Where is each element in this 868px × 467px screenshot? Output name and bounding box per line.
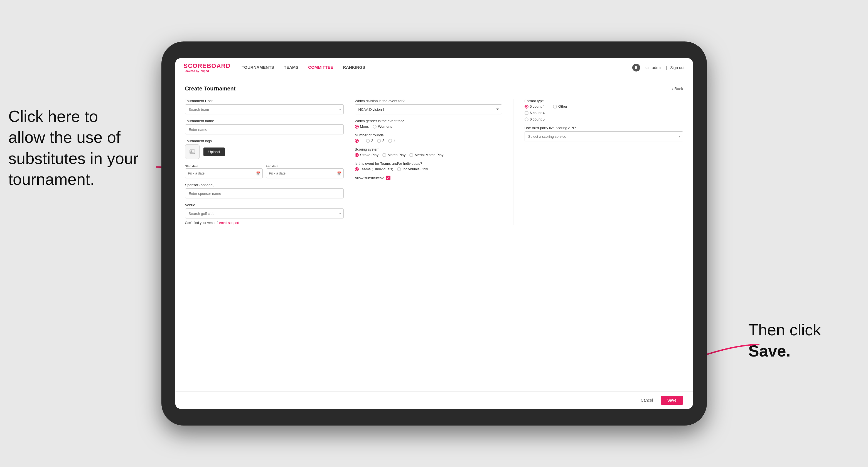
nav-committee[interactable]: COMMITTEE xyxy=(308,64,333,71)
scoring-radio-group: Stroke Play Match Play Medal Match Play xyxy=(355,153,502,157)
scoring-match[interactable]: Match Play xyxy=(382,153,405,157)
logo-area: SCOREBOARD Powered by clippd xyxy=(184,62,231,73)
save-button[interactable]: Save xyxy=(661,396,683,405)
avatar: B xyxy=(632,64,640,71)
rounds-2[interactable]: 2 xyxy=(366,138,373,143)
right-column: Format type 5 count 4 Other xyxy=(525,99,683,225)
sponsor-group: Sponsor (optional) xyxy=(185,183,344,198)
rounds-1-radio[interactable] xyxy=(355,139,359,143)
back-link[interactable]: Back xyxy=(672,87,683,91)
substitutes-group: Allow substitutes? ✓ xyxy=(355,176,502,180)
scoring-dropdown-icon: ▾ xyxy=(679,134,680,138)
rounds-4[interactable]: 4 xyxy=(388,138,396,143)
sponsor-label: Sponsor (optional) xyxy=(185,183,344,187)
event-individuals-radio[interactable] xyxy=(397,167,401,171)
nav-links: TOURNAMENTS TEAMS COMMITTEE RANKINGS xyxy=(242,64,632,71)
end-date-label: End date xyxy=(266,164,278,168)
substitutes-checkbox[interactable]: ✓ xyxy=(386,176,391,180)
division-group: Which division is the event for? NCAA Di… xyxy=(355,99,502,114)
rounds-radio-group: 1 2 3 xyxy=(355,138,502,143)
logo-scoreboard: SCOREBOARD xyxy=(184,62,231,69)
start-date-label: Start date xyxy=(185,164,198,168)
tournament-name-label: Tournament name xyxy=(185,119,344,123)
content-area: Create Tournament Back Tournament Host ▾ xyxy=(175,77,693,391)
start-date-input[interactable] xyxy=(185,168,263,178)
event-teams[interactable]: Teams (+Individuals) xyxy=(355,167,394,171)
gender-womens[interactable]: Womens xyxy=(373,124,392,129)
nav-separator: | xyxy=(666,65,667,70)
scoring-api-input[interactable] xyxy=(525,131,683,142)
scoring-stroke[interactable]: Stroke Play xyxy=(355,153,378,157)
logo-placeholder xyxy=(185,145,199,159)
scoring-system-label: Scoring system xyxy=(355,147,502,151)
rounds-4-radio[interactable] xyxy=(388,139,392,143)
end-date-wrap: 📅 xyxy=(266,168,344,178)
scoring-medal[interactable]: Medal Match Play xyxy=(409,153,443,157)
tournament-name-input[interactable] xyxy=(185,124,344,134)
annotation-right: Then click Save. xyxy=(748,319,860,361)
cancel-button[interactable]: Cancel xyxy=(636,396,657,405)
scoring-api-select-wrap: ▾ xyxy=(525,131,683,142)
date-row: Start date 📅 End date xyxy=(185,163,344,178)
format-6count5-radio[interactable] xyxy=(525,118,528,121)
venue-input-wrap: ▾ xyxy=(185,209,344,218)
format-options: 5 count 4 Other 6 count 4 xyxy=(525,104,683,121)
user-label: blair admin xyxy=(643,65,662,70)
format-other-radio[interactable] xyxy=(553,105,557,108)
division-select-wrap: NCAA Division I xyxy=(355,104,502,114)
sign-out-link[interactable]: Sign out xyxy=(670,65,684,70)
scoring-stroke-radio[interactable] xyxy=(355,153,359,157)
format-6count4[interactable]: 6 count 4 xyxy=(525,111,683,115)
form-footer: Cancel Save xyxy=(175,391,693,409)
gender-mens-radio[interactable] xyxy=(355,125,359,129)
format-5count4[interactable]: 5 count 4 xyxy=(525,104,545,108)
division-select[interactable]: NCAA Division I xyxy=(355,104,502,114)
svg-rect-2 xyxy=(190,150,195,154)
nav-teams[interactable]: TEAMS xyxy=(284,64,299,71)
scoring-system-group: Scoring system Stroke Play Match Play xyxy=(355,147,502,157)
gender-label: Which gender is the event for? xyxy=(355,119,502,123)
format-5count4-radio[interactable] xyxy=(525,105,528,108)
format-other[interactable]: Other xyxy=(553,104,567,108)
rounds-1[interactable]: 1 xyxy=(355,138,362,143)
end-date-input[interactable] xyxy=(266,168,344,178)
gender-womens-radio[interactable] xyxy=(373,125,376,129)
tournament-host-input[interactable] xyxy=(185,104,344,114)
event-individuals[interactable]: Individuals Only xyxy=(397,167,428,171)
scoring-match-radio[interactable] xyxy=(382,153,386,157)
email-support-link[interactable]: email support xyxy=(219,221,239,225)
format-6count5[interactable]: 6 count 5 xyxy=(525,117,683,121)
venue-note: Can't find your venue? email support xyxy=(185,221,344,225)
scoring-medal-radio[interactable] xyxy=(409,153,413,157)
rounds-2-radio[interactable] xyxy=(366,139,370,143)
event-teams-radio[interactable] xyxy=(355,167,359,171)
upload-button[interactable]: Upload xyxy=(204,148,225,156)
venue-input[interactable] xyxy=(185,209,344,218)
rounds-3[interactable]: 3 xyxy=(377,138,384,143)
left-column: Tournament Host ▾ Tournament name Tourna xyxy=(185,99,344,225)
format-6count4-radio[interactable] xyxy=(525,111,528,115)
rounds-3-radio[interactable] xyxy=(377,139,381,143)
event-type-radio-group: Teams (+Individuals) Individuals Only xyxy=(355,167,502,171)
tournament-name-group: Tournament name xyxy=(185,119,344,134)
logo-brand: clippd xyxy=(200,69,209,73)
rounds-label: Number of rounds xyxy=(355,133,502,137)
format-row-1: 5 count 4 Other xyxy=(525,104,683,108)
tablet-device: SCOREBOARD Powered by clippd TOURNAMENTS… xyxy=(161,41,707,426)
outer-background: Click here to allow the use of substitut… xyxy=(0,0,868,467)
gender-mens[interactable]: Mens xyxy=(355,124,369,129)
scoring-api-group: Use third-party live scoring API? ▾ xyxy=(525,126,683,142)
scoring-api-label: Use third-party live scoring API? xyxy=(525,126,683,130)
navbar: SCOREBOARD Powered by clippd TOURNAMENTS… xyxy=(175,58,693,77)
tournament-logo-label: Tournament logo xyxy=(185,139,344,143)
substitutes-label: Allow substitutes? xyxy=(355,176,384,180)
nav-tournaments[interactable]: TOURNAMENTS xyxy=(242,64,274,71)
venue-group: Venue ▾ Can't find your venue? email sup… xyxy=(185,203,344,225)
nav-rankings[interactable]: RANKINGS xyxy=(343,64,365,71)
dropdown-icon: ▾ xyxy=(339,107,341,111)
calendar-icon-end: 📅 xyxy=(337,172,341,176)
start-date-wrap: 📅 xyxy=(185,168,263,178)
sponsor-input[interactable] xyxy=(185,188,344,198)
annotation-left: Click here to allow the use of substitut… xyxy=(8,106,153,190)
tablet-screen: SCOREBOARD Powered by clippd TOURNAMENTS… xyxy=(175,58,693,409)
